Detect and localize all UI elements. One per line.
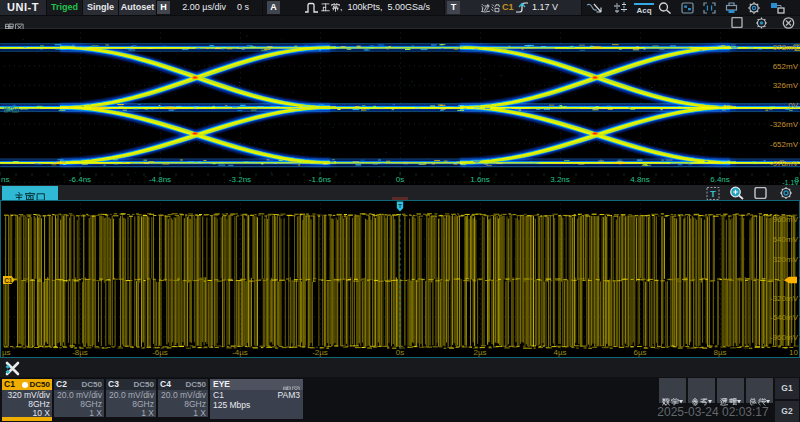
- svg-text:-960mV: -960mV: [770, 333, 799, 342]
- svg-text:0V: 0V: [788, 101, 798, 110]
- svg-text:-6.4ns: -6.4ns: [69, 175, 91, 184]
- svg-text:0s: 0s: [396, 348, 404, 357]
- svg-text:-326mV: -326mV: [770, 120, 799, 129]
- svg-text:C1: C1: [4, 277, 13, 284]
- svg-text:320mV: 320mV: [773, 255, 799, 264]
- svg-text:10: 10: [789, 348, 798, 357]
- svg-text:3.2ns: 3.2ns: [550, 175, 570, 184]
- svg-text:652mV: 652mV: [773, 62, 799, 71]
- svg-text:ns: ns: [1, 175, 9, 184]
- svg-text:-2µs: -2µs: [312, 348, 328, 357]
- svg-text:-652mV: -652mV: [770, 140, 799, 149]
- svg-text:326mV: 326mV: [773, 81, 799, 90]
- svg-text:-978mV: -978mV: [770, 159, 799, 168]
- svg-text:4.8ns: 4.8ns: [630, 175, 650, 184]
- svg-text:-4µs: -4µs: [232, 348, 248, 357]
- svg-text:0s: 0s: [396, 175, 404, 184]
- svg-text:960mV: 960mV: [773, 215, 799, 224]
- svg-text:-1.6ns: -1.6ns: [309, 175, 331, 184]
- svg-text:6µs: 6µs: [633, 348, 646, 357]
- svg-text:-3.2ns: -3.2ns: [229, 175, 251, 184]
- svg-text:T: T: [398, 203, 402, 209]
- svg-text:978mV: 978mV: [773, 43, 799, 52]
- svg-text:µs: µs: [2, 348, 11, 357]
- svg-text:2µs: 2µs: [473, 348, 486, 357]
- svg-text:-640mV: -640mV: [770, 313, 799, 322]
- svg-text:-4.8ns: -4.8ns: [149, 175, 171, 184]
- svg-text:-6µs: -6µs: [152, 348, 168, 357]
- svg-text:1.6ns: 1.6ns: [470, 175, 490, 184]
- svg-text:640mV: 640mV: [773, 235, 799, 244]
- svg-text:-320mV: -320mV: [770, 294, 799, 303]
- svg-text:8µs: 8µs: [713, 348, 726, 357]
- svg-text:T: T: [710, 189, 716, 199]
- svg-text:4µs: 4µs: [553, 348, 566, 357]
- svg-text:6.4ns: 6.4ns: [710, 175, 730, 184]
- svg-text:-8µs: -8µs: [72, 348, 88, 357]
